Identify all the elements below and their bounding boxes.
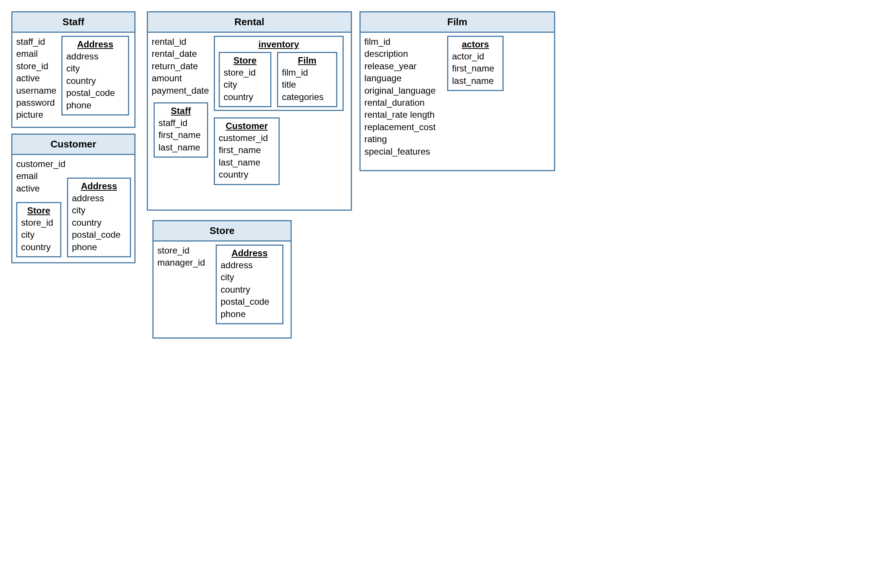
field: city: [224, 79, 266, 91]
field: city: [21, 229, 56, 241]
nested-title: Staff: [158, 106, 203, 116]
entity-staff-title: Staff: [12, 12, 134, 33]
entity-customer-title: Customer: [12, 135, 134, 155]
diagram-canvas: Staff staff_id email store_id active use…: [8, 8, 572, 384]
nested-title: Store: [224, 55, 266, 66]
field: country: [21, 241, 56, 253]
nested-inventory-store: Store store_id city country: [219, 52, 271, 107]
field: replacement_cost: [364, 121, 550, 133]
field: country: [219, 169, 275, 181]
entity-customer: Customer customer_id email active Store …: [11, 134, 135, 263]
field: country: [221, 284, 279, 296]
field: last_name: [158, 141, 203, 153]
field: film_id: [282, 67, 332, 79]
field: categories: [282, 91, 332, 103]
field: customer_id: [219, 132, 275, 144]
nested-customer-store: Store store_id city country: [16, 202, 61, 257]
field: address: [66, 50, 124, 62]
nested-title: Address: [72, 181, 126, 191]
entity-rental-title: Rental: [148, 12, 351, 33]
nested-store-address: Address address city country postal_code…: [216, 245, 283, 324]
field: first_name: [452, 62, 499, 74]
nested-rental-customer: Customer customer_id first_name last_nam…: [214, 117, 280, 185]
entity-film: Film film_id description release_year la…: [359, 11, 555, 171]
nested-title: Address: [221, 248, 279, 258]
field: last_name: [452, 75, 499, 87]
field: phone: [221, 308, 279, 320]
nested-film-actors: actors actor_id first_name last_name: [447, 36, 504, 91]
field: staff_id: [158, 117, 203, 129]
nested-customer-address: Address address city country postal_code…: [67, 178, 131, 257]
field: postal_code: [66, 87, 124, 99]
nested-title: Customer: [219, 121, 275, 131]
field: country: [72, 217, 126, 229]
field: title: [282, 79, 332, 91]
field: phone: [66, 99, 124, 111]
field: city: [66, 62, 124, 74]
nested-title: inventory: [219, 39, 339, 50]
entity-rental: Rental rental_id rental_date return_date…: [147, 11, 352, 211]
field: rating: [364, 133, 550, 145]
field: country: [224, 91, 266, 103]
field: store_id: [21, 217, 56, 229]
field: customer_id: [16, 158, 131, 170]
entity-staff: Staff staff_id email store_id active use…: [11, 11, 135, 128]
field: address: [221, 259, 279, 271]
field: store_id: [224, 67, 266, 79]
nested-inventory-film: Film film_id title categories: [277, 52, 337, 107]
entity-store-title: Store: [154, 221, 291, 242]
field: city: [72, 204, 126, 216]
field: rental_duration: [364, 97, 550, 109]
field: last_name: [219, 156, 275, 169]
field: first_name: [219, 144, 275, 156]
field: phone: [72, 241, 126, 253]
field: rental_rate length: [364, 109, 550, 121]
field: city: [221, 271, 279, 283]
nested-rental-inventory: inventory Store store_id city country Fi…: [214, 36, 344, 111]
nested-rental-staff: Staff staff_id first_name last_name: [154, 102, 208, 158]
field: actor_id: [452, 50, 499, 62]
nested-title: Address: [66, 39, 124, 50]
entity-store: Store store_id manager_id Address addres…: [152, 220, 292, 339]
field: address: [72, 192, 126, 204]
field: postal_code: [221, 296, 279, 308]
nested-title: actors: [452, 39, 499, 50]
nested-staff-address: Address address city country postal_code…: [61, 36, 129, 115]
nested-title: Film: [282, 55, 332, 66]
entity-film-title: Film: [361, 12, 554, 33]
field: first_name: [158, 129, 203, 141]
field: special_features: [364, 146, 550, 158]
field: postal_code: [72, 229, 126, 241]
field: country: [66, 75, 124, 87]
nested-title: Store: [21, 205, 56, 216]
